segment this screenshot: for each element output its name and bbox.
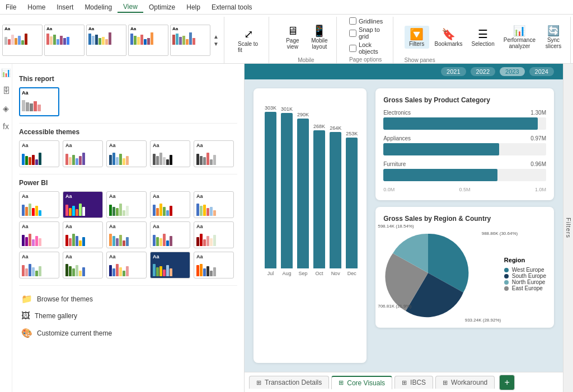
- ribbon: Aa Aa: [0, 15, 573, 64]
- filters-btn[interactable]: 🔽 Filters: [405, 26, 429, 49]
- appliances-bar: Appliances 0.97M: [383, 135, 546, 155]
- year-2022[interactable]: 2022: [471, 67, 495, 76]
- right-area: 2021 2022 2023 2024 303K Jul: [245, 64, 563, 392]
- year-2024[interactable]: 2024: [529, 67, 554, 76]
- bar-sep: 290K Sep: [297, 112, 309, 276]
- sidebar-model-icon[interactable]: ◈: [3, 104, 9, 113]
- pie-chart-area: 598.14K (18.54%) 988.86K (30.64%) 706.81…: [383, 228, 546, 320]
- pie-legend: Region West Europe South Europe: [504, 257, 546, 291]
- pbi-theme-15[interactable]: Aa: [194, 252, 234, 278]
- pbi-theme-9[interactable]: Aa: [150, 221, 190, 248]
- region-chart-title: Gross Sales by Region & Country: [383, 215, 546, 223]
- accessible-theme-5[interactable]: Aa: [194, 140, 234, 167]
- legend-south-europe: South Europe: [504, 273, 546, 279]
- menu-help[interactable]: Help: [181, 2, 206, 12]
- bar-jul: 303K Jul: [265, 105, 276, 276]
- theme-gallery-btn[interactable]: 🖼 Theme gallery: [19, 308, 237, 324]
- pbi-theme-1[interactable]: Aa: [19, 191, 59, 218]
- filters-label: Filters: [565, 218, 572, 238]
- pbi-theme-8[interactable]: Aa: [106, 221, 147, 248]
- customize-theme-btn[interactable]: 🎨 Customize current theme: [19, 324, 237, 342]
- year-2023[interactable]: 2023: [500, 67, 524, 76]
- bar-aug: 301K Aug: [281, 106, 293, 276]
- theme-thumb-5[interactable]: Aa: [170, 25, 210, 56]
- pbi-theme-10[interactable]: Aa: [194, 221, 234, 248]
- pbi-theme-3[interactable]: Aa: [106, 191, 147, 218]
- canvas-body: 303K Jul 301K Aug 290K: [245, 79, 563, 372]
- report-canvas: 2021 2022 2023 2024 303K Jul: [245, 64, 563, 372]
- menu-insert[interactable]: Insert: [51, 2, 79, 12]
- tab-core-visuals[interactable]: ⊞ Core Visuals: [331, 376, 392, 389]
- menu-optimize[interactable]: Optimize: [143, 2, 181, 12]
- theme-thumb-1[interactable]: Aa: [2, 25, 43, 56]
- browse-themes-btn[interactable]: 📁 Browse for themes: [19, 290, 237, 308]
- main-content: 📊 🗄 ◈ fx This report Aa Accessible theme…: [0, 64, 573, 392]
- bookmarks-btn[interactable]: 🔖 Bookmarks: [431, 26, 466, 49]
- pbi-theme-4[interactable]: Aa: [150, 191, 190, 218]
- gridlines-checkbox[interactable]: Gridlines: [349, 17, 387, 25]
- sync-slicers-btn[interactable]: 🔄 Syncslicers: [541, 23, 566, 51]
- furniture-bar: Furniture 0.96M: [383, 161, 546, 181]
- sidebar-dax-icon[interactable]: fx: [3, 122, 9, 131]
- menu-external-tools[interactable]: External tools: [206, 2, 258, 12]
- tab-icon-core: ⊞: [339, 379, 344, 386]
- theme-thumb-4[interactable]: Aa: [128, 25, 168, 56]
- legend-west-europe: West Europe: [504, 267, 546, 273]
- lock-objects-checkbox[interactable]: Lock objects: [349, 41, 387, 55]
- pie-label-right: 988.86K (30.64%): [482, 231, 518, 236]
- mobile-layout-btn[interactable]: 📱 Mobilelayout: [307, 22, 332, 51]
- pbi-theme-5[interactable]: Aa: [194, 191, 234, 218]
- pie-label-bottom: 933.24K (28.92%): [465, 318, 501, 323]
- menu-file[interactable]: File: [0, 2, 22, 12]
- tab-transaction-details[interactable]: ⊞ Transaction Details: [249, 376, 329, 389]
- category-axis: 0.0M 0.5M 1.0M: [383, 187, 546, 192]
- pbi-theme-7[interactable]: Aa: [63, 221, 103, 248]
- sidebar-report-icon[interactable]: 📊: [1, 68, 11, 77]
- accessible-theme-1[interactable]: Aa: [19, 140, 59, 167]
- pbi-theme-12[interactable]: Aa: [63, 252, 103, 278]
- menu-home[interactable]: Home: [22, 2, 51, 12]
- menu-modeling[interactable]: Modeling: [79, 2, 118, 12]
- pie-wrapper: 598.14K (18.54%) 988.86K (30.64%) 706.81…: [383, 228, 473, 320]
- accessible-theme-4[interactable]: Aa: [150, 140, 190, 167]
- legend-dot-south: [504, 274, 509, 278]
- power-bi-themes-grid: Aa Aa: [19, 191, 237, 278]
- pbi-theme-11[interactable]: Aa: [19, 252, 59, 278]
- bar-dec: 253K Dec: [346, 131, 358, 276]
- accessible-themes-label: Accessible themes: [19, 128, 237, 136]
- tab-ibcs[interactable]: ⊞ IBCS: [394, 376, 433, 389]
- scale-to-fit-btn[interactable]: ⤢ Scale to fit: [234, 26, 263, 55]
- region-chart: Gross Sales by Region & Country: [375, 207, 554, 328]
- filters-sidebar: Filters: [563, 64, 573, 392]
- accessible-themes-grid: Aa Aa: [19, 140, 237, 167]
- menu-bar: File Home Insert Modeling View Optimize …: [0, 0, 573, 15]
- tab-workaround[interactable]: ⊞ Workaround: [435, 376, 495, 389]
- legend-dot-north: [504, 280, 509, 285]
- add-tab-btn[interactable]: +: [499, 375, 515, 390]
- tab-icon-workaround: ⊞: [443, 379, 448, 386]
- themes-panel: This report Aa Accessible themes Aa: [12, 64, 245, 392]
- power-bi-label: Power BI: [19, 179, 237, 187]
- this-report-thumb[interactable]: Aa: [19, 87, 59, 116]
- theme-thumb-2[interactable]: Aa: [44, 25, 84, 56]
- pie-label-top: 598.14K (18.54%): [378, 224, 414, 229]
- accessible-theme-3[interactable]: Aa: [106, 140, 147, 167]
- performance-analyzer-btn[interactable]: 📊 Performanceanalyzer: [500, 23, 539, 51]
- pbi-theme-14[interactable]: Aa: [150, 252, 190, 278]
- page-view-btn[interactable]: 🖥 Pageview: [280, 23, 305, 51]
- sidebar-data-icon[interactable]: 🗄: [2, 86, 10, 95]
- year-2021[interactable]: 2021: [441, 67, 466, 76]
- tab-bar: ⊞ Transaction Details ⊞ Core Visuals ⊞ I…: [245, 372, 563, 392]
- left-sidebar: 📊 🗄 ◈ fx: [0, 64, 12, 392]
- pbi-theme-6[interactable]: Aa: [19, 221, 59, 248]
- accessible-theme-2[interactable]: Aa: [63, 140, 103, 167]
- selection-btn[interactable]: ☰ Selection: [468, 26, 498, 49]
- electronics-bar: Electronics 1.30M: [383, 110, 546, 130]
- legend-dot-west: [504, 268, 509, 272]
- menu-view[interactable]: View: [118, 2, 143, 13]
- pbi-theme-2[interactable]: Aa: [63, 191, 103, 218]
- theme-thumb-3[interactable]: Aa: [86, 25, 126, 56]
- bar-chart-container: 303K Jul 301K Aug 290K: [253, 88, 367, 363]
- snap-to-grid-checkbox[interactable]: Snap to grid: [349, 26, 387, 40]
- pbi-theme-13[interactable]: Aa: [106, 252, 147, 278]
